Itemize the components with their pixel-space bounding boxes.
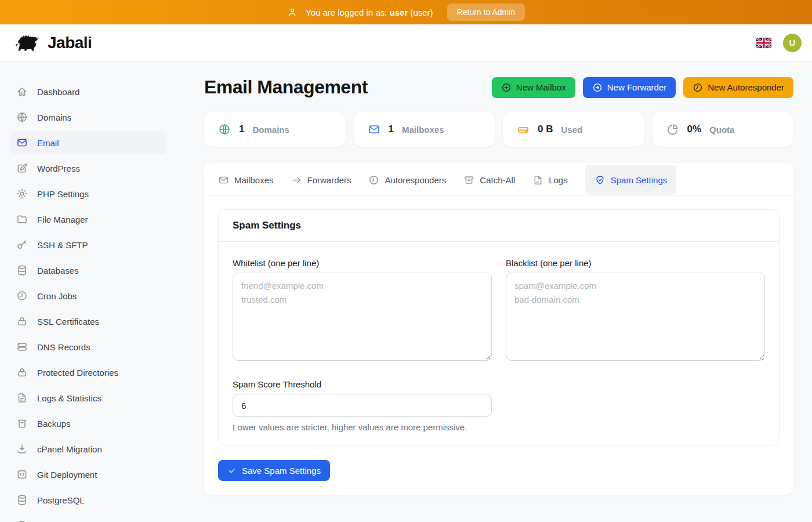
- stat-label: Used: [561, 125, 582, 135]
- sidebar-item-backups[interactable]: Backups: [9, 412, 167, 435]
- archive-icon: [463, 175, 474, 186]
- sidebar-item-databases[interactable]: Databases: [9, 259, 167, 282]
- circle-arrow-right-icon: [592, 82, 603, 93]
- stat-value: 0%: [687, 124, 702, 135]
- mail-icon: [218, 175, 229, 186]
- tab-spam-settings[interactable]: Spam Settings: [585, 165, 677, 195]
- impersonated-role: (user): [410, 8, 433, 17]
- stats-row: 1Domains 1Mailboxes 0 BUsed 0%Quota: [204, 112, 793, 147]
- drive-icon: [517, 123, 530, 136]
- sidebar-item-label: WordPress: [37, 164, 80, 173]
- whitelist-textarea[interactable]: [233, 273, 492, 361]
- threshold-label: Spam Score Threshold: [233, 379, 492, 389]
- circle-plus-icon: [501, 82, 512, 93]
- app-header: Jabali U: [0, 24, 812, 61]
- sidebar-item-label: PHP Settings: [37, 189, 89, 199]
- gear-icon: [16, 188, 28, 200]
- stat-value: 1: [389, 124, 394, 135]
- tab-label: Forwarders: [307, 175, 351, 185]
- sidebar-item-wordpress[interactable]: WordPress: [9, 157, 167, 180]
- brand-name: Jabali: [48, 34, 92, 52]
- email-tabs: Mailboxes Forwarders Autoresponders Catc…: [204, 163, 793, 195]
- tab-autoresponders[interactable]: Autoresponders: [368, 165, 446, 195]
- new-autoresponder-button[interactable]: New Autoresponder: [683, 77, 793, 98]
- clock-icon: [16, 290, 28, 302]
- sidebar-item-git-deployment[interactable]: Git Deployment: [9, 463, 167, 486]
- pie-icon: [666, 123, 679, 136]
- sidebar-item-file-manager[interactable]: File Manager: [9, 208, 167, 231]
- button-label: Save Spam Settings: [242, 466, 321, 476]
- database-icon: [16, 494, 28, 506]
- code-icon: [16, 469, 28, 480]
- tab-forwarders[interactable]: Forwarders: [291, 165, 351, 195]
- sidebar-item-domains[interactable]: Domains: [9, 106, 167, 129]
- tab-mailboxes[interactable]: Mailboxes: [218, 165, 274, 195]
- sidebar-item-cron-jobs[interactable]: Cron Jobs: [9, 284, 167, 307]
- sidebar-item-label: Databases: [37, 266, 79, 276]
- return-to-admin-button[interactable]: Return to Admin: [447, 3, 525, 21]
- sidebar: Dashboard Domains Email WordPress PHP Se…: [0, 61, 176, 522]
- sidebar-item-label: Git Deployment: [37, 470, 97, 480]
- sidebar-item-label: Backups: [37, 419, 71, 429]
- sidebar-item-partial[interactable]: [9, 514, 167, 522]
- file-icon: [532, 175, 543, 186]
- tab-logs[interactable]: Logs: [532, 165, 568, 195]
- sidebar-item-label: SSL Certificates: [37, 317, 99, 327]
- login-as-text: You are logged in as:: [306, 8, 387, 17]
- check-icon: [227, 466, 237, 475]
- threshold-help-text: Lower values are stricter, higher values…: [233, 422, 492, 432]
- sidebar-item-postgresql[interactable]: PostgreSQL: [9, 488, 167, 512]
- sidebar-item-ssh-sftp[interactable]: SSH & SFTP: [9, 233, 167, 256]
- sidebar-item-cpanel-migration[interactable]: cPanel Migration: [9, 437, 167, 461]
- sidebar-item-email[interactable]: Email: [9, 131, 167, 154]
- person-icon: [287, 7, 298, 17]
- clock-icon: [693, 82, 703, 93]
- tab-label: Spam Settings: [611, 175, 668, 185]
- lock-icon: [16, 367, 28, 378]
- uk-flag-icon[interactable]: [756, 38, 771, 48]
- save-spam-settings-button[interactable]: Save Spam Settings: [218, 460, 330, 481]
- sidebar-item-label: Email: [37, 138, 59, 148]
- stat-value: 1: [239, 124, 244, 135]
- sidebar-item-label: Dashboard: [37, 87, 79, 97]
- new-forwarder-button[interactable]: New Forwarder: [583, 77, 676, 98]
- button-label: New Mailbox: [516, 82, 566, 92]
- tab-label: Logs: [549, 175, 568, 185]
- spam-threshold-input[interactable]: [233, 394, 492, 417]
- sidebar-item-logs-statistics[interactable]: Logs & Statistics: [9, 386, 167, 409]
- tab-label: Autoresponders: [385, 175, 446, 185]
- bin-icon: [16, 418, 28, 429]
- sidebar-item-dashboard[interactable]: Dashboard: [9, 80, 167, 103]
- brand-logo[interactable]: Jabali: [14, 33, 92, 53]
- stat-label: Domains: [252, 125, 289, 135]
- mail-icon: [368, 123, 380, 136]
- stat-card-quota: 0%Quota: [652, 112, 794, 147]
- tab-label: Mailboxes: [234, 175, 274, 185]
- spam-settings-card: Spam Settings Whitelist (one per line) B…: [218, 209, 780, 445]
- header-actions: New Mailbox New Forwarder New Autorespon…: [492, 77, 793, 98]
- stat-value: 0 B: [538, 124, 553, 135]
- page-title: Email Management: [204, 77, 368, 98]
- tab-catch-all[interactable]: Catch-All: [463, 165, 515, 195]
- blacklist-textarea[interactable]: [506, 273, 765, 361]
- boar-icon: [14, 33, 42, 53]
- new-mailbox-button[interactable]: New Mailbox: [492, 77, 575, 98]
- arrow-right-icon: [291, 175, 302, 186]
- user-avatar[interactable]: U: [783, 34, 802, 52]
- pencil-icon: [16, 162, 28, 174]
- stat-card-mailboxes: 1Mailboxes: [354, 112, 495, 147]
- sidebar-item-ssl-certificates[interactable]: SSL Certificates: [9, 310, 167, 333]
- file-text-icon: [16, 392, 28, 404]
- sidebar-item-label: File Manager: [37, 215, 88, 224]
- button-label: New Forwarder: [607, 82, 667, 92]
- globe-icon: [218, 123, 231, 136]
- sidebar-item-label: Protected Directories: [37, 368, 118, 378]
- blacklist-label: Blacklist (one per line): [506, 258, 765, 268]
- globe-icon: [16, 111, 28, 123]
- stat-label: Quota: [709, 125, 734, 135]
- server-icon: [16, 341, 28, 353]
- sidebar-item-protected-directories[interactable]: Protected Directories: [9, 361, 167, 384]
- sidebar-item-dns-records[interactable]: DNS Records: [9, 335, 167, 358]
- sidebar-item-php-settings[interactable]: PHP Settings: [9, 182, 167, 205]
- sidebar-item-label: cPanel Migration: [37, 444, 102, 454]
